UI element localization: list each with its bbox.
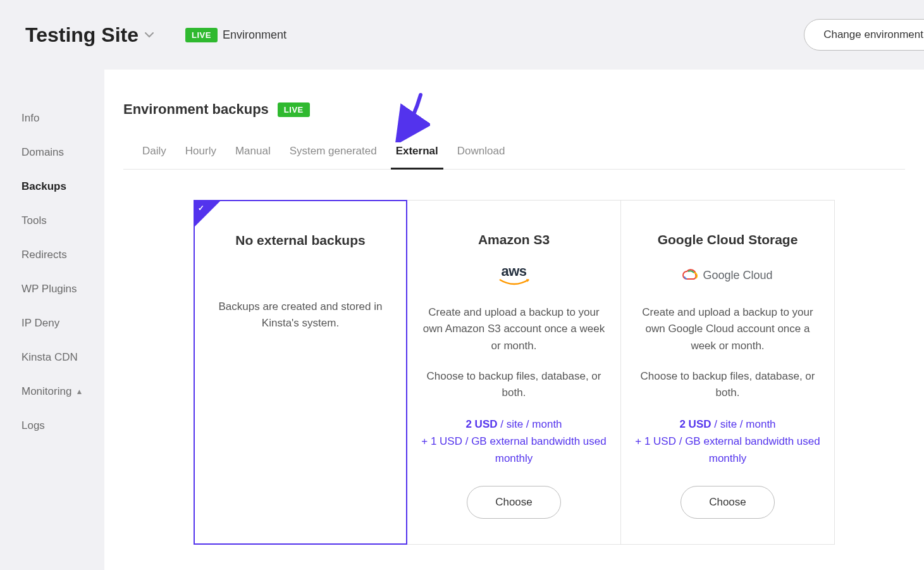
choose-button[interactable]: Choose xyxy=(681,486,775,519)
card-title: Amazon S3 xyxy=(421,232,607,247)
card-description: Backups are created and stored in Kinsta… xyxy=(209,299,392,332)
sidebar-item-wp-plugins[interactable]: WP Plugins xyxy=(22,272,104,306)
sidebar-item-domains[interactable]: Domains xyxy=(22,135,104,170)
sidebar-item-label: Domains xyxy=(22,146,64,159)
tab-system-generated[interactable]: System generated xyxy=(290,140,377,169)
sidebar-item-label: WP Plugins xyxy=(22,283,77,295)
change-environment-button[interactable]: Change environment xyxy=(804,19,924,51)
sidebar-item-label: Backups xyxy=(22,180,66,193)
card-google-cloud-storage: Google Cloud Storage Google Cloud Create… xyxy=(621,200,835,545)
google-cloud-logo-icon: Google Cloud xyxy=(635,263,820,288)
selected-check-icon xyxy=(195,201,220,226)
sidebar-item-label: Info xyxy=(22,112,39,125)
live-badge: LIVE xyxy=(185,28,218,42)
sidebar-item-redirects[interactable]: Redirects xyxy=(22,238,104,272)
sidebar-item-label: Redirects xyxy=(22,249,67,261)
tabs: Daily Hourly Manual System generated Ext… xyxy=(123,140,905,170)
card-description: Choose to backup files, database, or bot… xyxy=(635,368,820,402)
sidebar-item-label: Monitoring xyxy=(22,385,71,398)
sidebar-item-monitoring[interactable]: Monitoring▲ xyxy=(22,375,104,409)
sidebar-item-label: Logs xyxy=(22,419,45,432)
sidebar-item-label: Tools xyxy=(22,214,47,227)
aws-logo-icon: aws xyxy=(421,263,607,288)
card-title: Google Cloud Storage xyxy=(635,232,820,247)
sidebar: Info Domains Backups Tools Redirects WP … xyxy=(0,63,104,570)
sidebar-item-backups[interactable]: Backups xyxy=(22,170,104,204)
sidebar-item-label: Kinsta CDN xyxy=(22,351,78,364)
chevron-down-icon[interactable] xyxy=(145,30,154,40)
card-description: Create and upload a backup to your own A… xyxy=(421,304,607,354)
tab-external[interactable]: External xyxy=(396,140,438,169)
sidebar-item-tools[interactable]: Tools xyxy=(22,204,104,238)
main-panel: Environment backups LIVE Daily Hourly Ma… xyxy=(104,70,924,570)
choose-button[interactable]: Choose xyxy=(467,486,561,519)
card-description: Create and upload a backup to your own G… xyxy=(635,304,820,354)
card-amazon-s3: Amazon S3 aws Create and upload a backup… xyxy=(407,200,621,545)
alert-icon: ▲ xyxy=(75,387,83,396)
environment-label: Environment xyxy=(223,28,286,42)
page-title: Environment backups xyxy=(123,101,269,118)
live-badge: LIVE xyxy=(278,102,310,117)
card-description: Choose to backup files, database, or bot… xyxy=(421,368,607,402)
card-title: No external backups xyxy=(209,233,392,248)
tab-manual[interactable]: Manual xyxy=(235,140,271,169)
card-price: 2 USD / site / month + 1 USD / GB extern… xyxy=(635,416,820,468)
sidebar-item-kinsta-cdn[interactable]: Kinsta CDN xyxy=(22,340,104,375)
tab-download[interactable]: Download xyxy=(457,140,505,169)
sidebar-item-ip-deny[interactable]: IP Deny xyxy=(22,306,104,340)
card-price: 2 USD / site / month + 1 USD / GB extern… xyxy=(421,416,607,468)
card-no-external-backups[interactable]: No external backups Backups are created … xyxy=(194,200,407,545)
sidebar-item-logs[interactable]: Logs xyxy=(22,409,104,443)
tab-hourly[interactable]: Hourly xyxy=(185,140,216,169)
site-title: Testing Site xyxy=(25,23,139,47)
tab-daily[interactable]: Daily xyxy=(142,140,166,169)
sidebar-item-label: IP Deny xyxy=(22,317,59,330)
sidebar-item-info[interactable]: Info xyxy=(22,101,104,135)
